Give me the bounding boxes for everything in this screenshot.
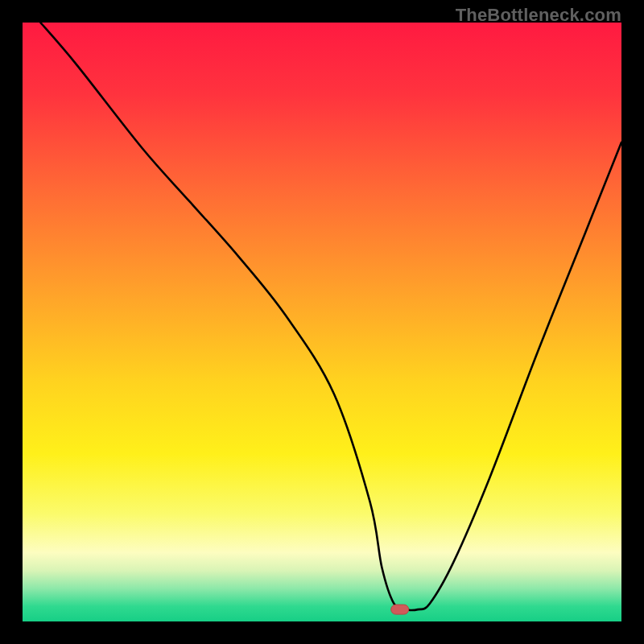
chart-frame: TheBottleneck.com (0, 0, 644, 644)
plot-area (23, 23, 621, 621)
watermark-text: TheBottleneck.com (456, 5, 621, 26)
optimal-marker (391, 605, 409, 614)
gradient-background (23, 23, 621, 621)
plot-svg (23, 23, 621, 621)
